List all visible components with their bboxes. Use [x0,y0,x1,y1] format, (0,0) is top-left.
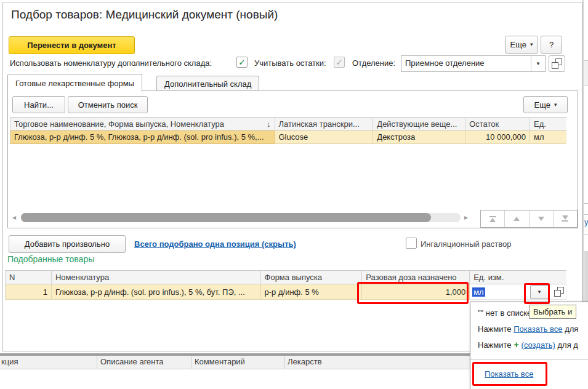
selected-table-header: N Номенклатура Форма выпуска Разовая доз… [5,270,566,284]
unit-dropdown-button[interactable]: ▾ [530,285,549,299]
summary-link[interactable]: Всего подобрано одна позиция (скрыть) [134,239,296,249]
column-header-n[interactable]: N [6,270,52,284]
plus-icon: + [513,339,519,350]
bg-column-separator [97,356,97,369]
cell-nomenclature[interactable]: Глюкоза, р-р д/инф. (sol. pro infus.), 5… [52,284,261,300]
tab-label: Готовые лекарственные формы [15,79,134,88]
unit-dropdown-popup: "" нет в списке. Выбрать и Нажмите Показ… [470,302,588,389]
press-create-hint: Нажмите + (создать) для д [478,339,578,350]
cancel-search-button[interactable]: Отменить поиск [68,96,148,113]
cell-trade-name[interactable]: Глюкоза, р-р д/инф. 5 %, Глюкоза, р-р д/… [10,130,275,144]
check-icon: ✓ [336,57,343,67]
cell-form[interactable]: р-р д/инф. 5 % [261,284,363,300]
scroll-left-icon[interactable]: ◂ [12,214,16,221]
side-strip-dashed-line [584,203,588,204]
arrow-down-icon [538,217,544,221]
column-header-latin[interactable]: Латинская транскри... [275,117,374,130]
inhalation-label: Ингаляционный раствор [421,239,511,249]
selected-goods-table: N Номенклатура Форма выпуска Разовая доз… [5,270,566,300]
check-icon: ✓ [238,57,246,67]
show-all-inline-link[interactable]: Показать все [513,324,562,334]
side-strip-block [584,251,588,302]
column-header-dose[interactable]: Разовая доза назначено [362,270,470,284]
find-label: Найти... [24,100,54,110]
cell-dose[interactable]: 1,000 [362,284,470,300]
column-header-trade-name[interactable]: Торговое наименование, Форма выпуска, Но… [10,117,275,130]
department-choose-button[interactable] [549,55,565,72]
consider-remains-label: Учитывать остатки: [254,58,326,68]
press-show-all-hint: Нажмите Показать все для [478,324,578,334]
transfer-to-document-label: Перенести в документ [27,41,116,50]
not-in-list-text: "" нет в списке. [478,308,534,318]
bg-column-comment: Комментарий [195,357,245,366]
go-first-icon [489,216,496,217]
cell-n[interactable]: 1 [6,284,52,300]
tab-additional-stock[interactable]: Дополнительный склад [156,76,259,92]
chevron-down-icon: ▾ [554,102,557,108]
tooltip-text: Выбрать и [533,307,572,316]
more-button-list[interactable]: Еще ▾ [523,96,568,113]
unit-value-selected[interactable]: мл [472,287,485,297]
cell-remain[interactable]: 10 000,000 [465,130,530,144]
tooltip: Выбрать и [529,305,576,319]
department-dropdown-button[interactable]: ▾ [531,56,545,71]
create-link[interactable]: (создать) [522,340,555,350]
cell-substance[interactable]: Декстроза [373,130,465,144]
more-button-top[interactable]: Еще ▾ [505,36,538,54]
cell-unit-editor[interactable]: мл ▾ [470,284,566,300]
row-navigation-buttons [480,210,578,228]
chevron-down-icon: ▾ [538,289,541,295]
column-header-unit[interactable]: Ед. изм. [470,270,566,284]
add-arbitrary-label: Добавить произвольно [25,239,110,249]
column-header-nomenclature[interactable]: Номенклатура [52,270,261,284]
horizontal-scrollbar-thumb[interactable] [21,213,431,222]
help-button[interactable]: ? [541,36,562,54]
go-first-button[interactable] [481,211,505,227]
cancel-search-label: Отменить поиск [78,100,138,110]
find-button[interactable]: Найти... [12,96,65,113]
popup-separator [470,359,588,360]
use-additional-stock-label: Использовать номенклатуру дополнительног… [10,58,212,68]
show-all-link[interactable]: Показать все [485,369,533,379]
side-strip-link-fragment: у [584,214,588,235]
cell-latin[interactable]: Glucose [275,130,374,144]
tab-ready-drug-forms[interactable]: Готовые лекарственные формы [7,74,142,92]
column-header-substance[interactable]: Действующие веще... [373,117,465,130]
go-last-button[interactable] [554,211,577,227]
use-additional-stock-checkbox[interactable]: ✓ [236,57,248,68]
column-header-unit[interactable]: Ед. [530,117,566,130]
more-label: Еще [534,100,550,110]
unit-choose-button[interactable] [554,286,565,297]
go-last-icon [562,215,568,220]
go-previous-button[interactable] [505,211,529,227]
table-row[interactable]: Глюкоза, р-р д/инф. 5 %, Глюкоза, р-р д/… [10,130,566,144]
go-next-button[interactable] [530,211,554,227]
bg-column-agent-description: Описание агента [100,357,164,366]
column-header-remain[interactable]: Остаток [465,117,530,130]
table-row[interactable]: 1 Глюкоза, р-р д/инф. (sol. pro infus.),… [5,284,566,300]
tab-label: Дополнительный склад [164,79,251,89]
bg-column-medicine: Лекарств [288,357,322,366]
column-header-form[interactable]: Форма выпуска [261,270,363,284]
inhalation-checkbox[interactable] [406,238,417,249]
department-label: Отделение: [352,58,395,68]
transfer-to-document-button[interactable]: Перенести в документ [9,36,135,54]
products-table: Торговое наименование, Форма выпуска, Но… [10,117,566,144]
window-edge-line [582,0,584,353]
bg-column-separator [284,356,285,369]
products-table-header: Торговое наименование, Форма выпуска, Но… [10,117,566,130]
help-label: ? [549,40,554,49]
side-strip-panel [584,60,588,86]
page-title: Подбор товаров: Медицинский документ (но… [11,8,278,22]
chevron-down-icon: ▾ [530,42,533,47]
department-value[interactable]: Приемное отделение [401,56,531,71]
selected-goods-title: Подобранные товары [7,254,94,264]
department-combobox[interactable]: Приемное отделение ▾ [401,55,546,72]
more-label: Еще [510,40,526,49]
arrow-up-icon [513,217,520,221]
bg-column-reaction: кция [1,357,18,366]
cell-unit[interactable]: мл [530,130,566,144]
scroll-right-icon[interactable]: ▸ [464,214,468,221]
consider-remains-checkbox: ✓ [334,57,345,68]
add-arbitrary-button[interactable]: Добавить произвольно [9,235,126,253]
